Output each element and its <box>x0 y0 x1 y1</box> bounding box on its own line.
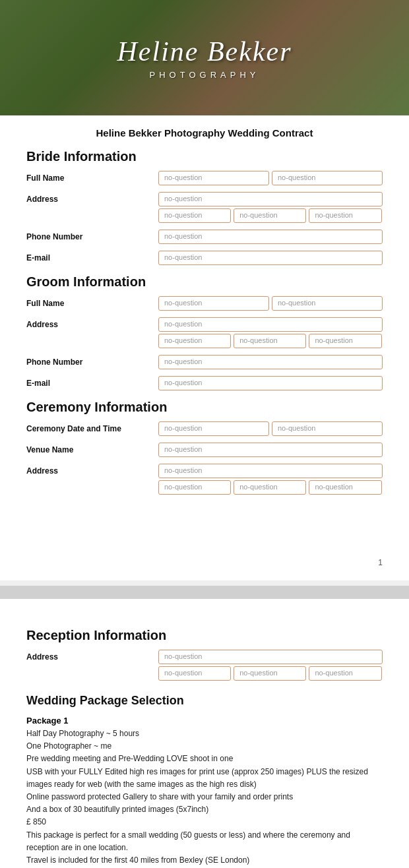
ceremony-venue-label: Venue Name <box>26 443 158 454</box>
package1-lines: Half Day Photography ~ 5 hours One Photo… <box>26 728 383 867</box>
bride-address-label: Address <box>26 192 158 204</box>
page-number: 1 <box>378 558 383 567</box>
groom-fullname-label: Full Name <box>26 296 158 308</box>
groom-address-block: no-question no-question no-question no-q… <box>158 317 383 348</box>
groom-phone-row: Phone Number no-question <box>26 355 383 369</box>
ceremony-venue-row: Venue Name no-question <box>26 443 383 457</box>
pkg1-line-5: Online password protected Gallery to sha… <box>26 791 383 803</box>
ceremony-address-block: no-question no-question no-question no-q… <box>158 464 383 495</box>
page-2: Reception Information Address no-questio… <box>0 599 409 868</box>
bride-address-county[interactable]: no-question <box>234 208 306 223</box>
header-image: Heline Bekker PHOTOGRAPHY <box>0 0 409 115</box>
bride-email-fields: no-question <box>158 251 383 265</box>
pkg1-line-1: Half Day Photography ~ 5 hours <box>26 728 383 740</box>
groom-lastname-input[interactable]: no-question <box>272 296 383 311</box>
ceremony-address-label: Address <box>26 464 158 476</box>
package1-name: Package 1 <box>26 716 383 726</box>
bride-email-row: E-mail no-question <box>26 251 383 265</box>
reception-section-title: Reception Information <box>26 628 383 643</box>
groom-email-fields: no-question <box>158 376 383 390</box>
reception-address-row2: no-question no-question no-question <box>158 666 383 681</box>
pkg1-line-4: USB with your FULLY Edited high res imag… <box>26 766 383 791</box>
ceremony-address-row: Address no-question no-question no-quest… <box>26 464 383 495</box>
groom-address-line1[interactable]: no-question <box>158 317 383 332</box>
ceremony-venue-input[interactable]: no-question <box>158 443 383 457</box>
groom-email-row: E-mail no-question <box>26 376 383 390</box>
page-1: Heline Bekker PHOTOGRAPHY Heline Bekker … <box>0 0 409 580</box>
groom-address-postcode[interactable]: no-question <box>309 334 381 348</box>
groom-phone-fields: no-question <box>158 355 383 369</box>
pkg1-line-7: £ 850 <box>26 816 383 828</box>
ceremony-venue-fields: no-question <box>158 443 383 457</box>
logo-text: Heline Bekker PHOTOGRAPHY <box>117 36 292 80</box>
pkg1-line-6: And a box of 30 beautifully printed imag… <box>26 803 383 816</box>
groom-fullname-fields: no-question no-question <box>158 296 383 311</box>
groom-address-row: Address no-question no-question no-quest… <box>26 317 383 348</box>
groom-phone-label: Phone Number <box>26 355 158 367</box>
reception-address-label: Address <box>26 650 158 662</box>
reception-address-block: no-question no-question no-question no-q… <box>158 650 383 681</box>
logo-sub: PHOTOGRAPHY <box>117 70 292 80</box>
page-content: Heline Bekker Photography Wedding Contra… <box>0 115 409 528</box>
groom-address-county[interactable]: no-question <box>234 334 306 348</box>
ceremony-address-line1[interactable]: no-question <box>158 464 383 478</box>
groom-address-row2: no-question no-question no-question <box>158 334 383 348</box>
pkg1-line-2: One Photographer ~ me <box>26 740 383 753</box>
bride-fullname-label: Full Name <box>26 171 158 183</box>
bride-firstname-input[interactable]: no-question <box>158 171 269 185</box>
groom-email-label: E-mail <box>26 376 158 388</box>
package-section-title: Wedding Package Selection <box>26 694 383 708</box>
ceremony-datetime-fields: no-question no-question <box>158 421 383 436</box>
bride-phone-input[interactable]: no-question <box>158 230 383 244</box>
groom-address-city[interactable]: no-question <box>158 334 231 348</box>
page-break <box>0 586 409 599</box>
ceremony-address-postcode[interactable]: no-question <box>309 480 381 495</box>
pkg1-line-9: Travel is included for the first 40 mile… <box>26 854 383 867</box>
groom-phone-input[interactable]: no-question <box>158 355 383 369</box>
ceremony-address-row2: no-question no-question no-question <box>158 480 383 495</box>
bride-email-label: E-mail <box>26 251 158 263</box>
bride-phone-fields: no-question <box>158 230 383 244</box>
ceremony-address-county[interactable]: no-question <box>234 480 306 495</box>
bride-section-title: Bride Information <box>26 149 383 164</box>
ceremony-time-input[interactable]: no-question <box>272 421 383 436</box>
bride-phone-row: Phone Number no-question <box>26 230 383 244</box>
groom-fullname-row: Full Name no-question no-question <box>26 296 383 311</box>
ceremony-datetime-row: Ceremony Date and Time no-question no-qu… <box>26 421 383 436</box>
groom-firstname-input[interactable]: no-question <box>158 296 269 311</box>
ceremony-address-city[interactable]: no-question <box>158 480 231 495</box>
bride-address-city[interactable]: no-question <box>158 208 231 223</box>
reception-address-line1[interactable]: no-question <box>158 650 383 664</box>
groom-section-title: Groom Information <box>26 274 383 290</box>
groom-email-input[interactable]: no-question <box>158 376 383 390</box>
bride-address-line1[interactable]: no-question <box>158 192 383 206</box>
reception-address-city[interactable]: no-question <box>158 666 231 681</box>
pkg1-line-8: This package is perfect for a small wedd… <box>26 829 383 854</box>
reception-address-row: Address no-question no-question no-quest… <box>26 650 383 681</box>
reception-address-postcode[interactable]: no-question <box>309 666 381 681</box>
reception-address-county[interactable]: no-question <box>234 666 306 681</box>
ceremony-section-title: Ceremony Information <box>26 400 383 415</box>
pkg1-line-3: Pre wedding meeting and Pre-Wedding LOVE… <box>26 753 383 765</box>
groom-address-label: Address <box>26 317 158 329</box>
bride-lastname-input[interactable]: no-question <box>272 171 383 185</box>
bride-phone-label: Phone Number <box>26 230 158 241</box>
page2-content: Reception Information Address no-questio… <box>0 599 409 868</box>
package-section: Wedding Package Selection Package 1 Half… <box>26 694 383 868</box>
ceremony-datetime-label: Ceremony Date and Time <box>26 421 158 433</box>
bride-address-postcode[interactable]: no-question <box>309 208 381 223</box>
bride-address-row2: no-question no-question no-question <box>158 208 383 223</box>
bride-fullname-fields: no-question no-question <box>158 171 383 185</box>
bride-address-row: Address no-question no-question no-quest… <box>26 192 383 223</box>
logo-cursive: Heline Bekker <box>117 36 292 67</box>
bride-fullname-row: Full Name no-question no-question <box>26 171 383 185</box>
page-title: Heline Bekker Photography Wedding Contra… <box>26 127 383 139</box>
bride-address-block: no-question no-question no-question no-q… <box>158 192 383 223</box>
ceremony-date-input[interactable]: no-question <box>158 421 269 436</box>
bride-email-input[interactable]: no-question <box>158 251 383 265</box>
